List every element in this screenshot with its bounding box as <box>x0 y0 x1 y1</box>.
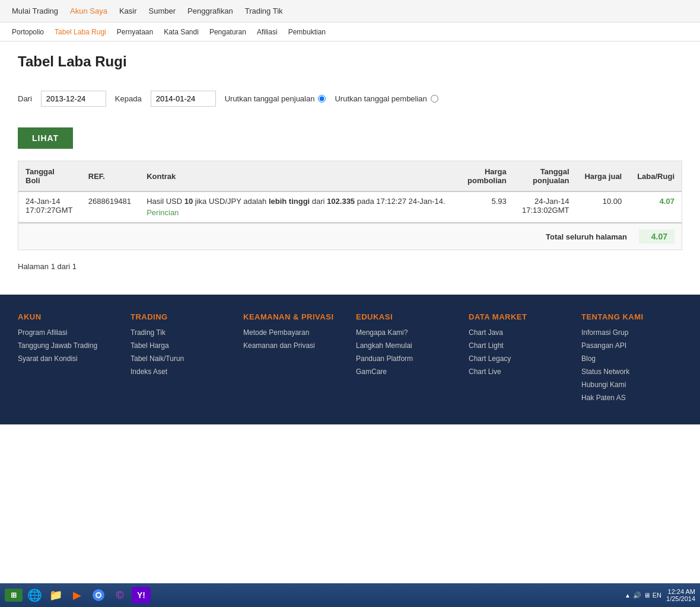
footer-link-metode-pembayaran[interactable]: Metode Pembayaran <box>243 328 344 337</box>
footer-col-data-market: DATA MARKET Chart Java Chart Light Chart… <box>469 312 569 407</box>
tanggal-beli-date: 24-Jan-14 <box>26 197 61 206</box>
footer-link-gamcare[interactable]: GamCare <box>356 368 457 376</box>
col-kontrak: Kontrak <box>139 161 459 191</box>
nav-sumber[interactable]: Sumber <box>149 7 176 15</box>
footer-col-edukasi: EDUKASI Mengapa Kami? Langkah Memulai Pa… <box>356 312 457 407</box>
cell-tanggal-beli: 24-Jan-14 17:07:27GMT <box>18 191 81 222</box>
table-row: 24-Jan-14 17:07:27GMT 2688619481 Hasil U… <box>18 191 682 222</box>
sub-nav: Portopolio Tabel Laba Rugi Pernyataan Ka… <box>0 23 700 41</box>
footer-link-status-network[interactable]: Status Network <box>581 368 682 376</box>
footer-title-tentang-kami: TENTANG KAMI <box>581 312 682 321</box>
footer-link-chart-live[interactable]: Chart Live <box>469 368 569 376</box>
subnav-afiliasi[interactable]: Afiliasi <box>257 28 278 36</box>
sort-buy-group: Urutkan tanggal pembelian <box>335 94 438 103</box>
filter-bar: Dari Kepada Urutkan tanggal penjualan Ur… <box>18 82 682 116</box>
cell-laba-rugi: 4.07 <box>629 191 682 222</box>
to-date-input[interactable] <box>151 91 216 107</box>
col-harga-beli: Hargapombolian <box>459 161 514 191</box>
nav-akun-saya[interactable]: Akun Saya <box>70 7 107 15</box>
subnav-pembuktian[interactable]: Pembuktian <box>288 28 326 36</box>
tanggal-jual-date: 24-Jan-14 <box>534 197 569 206</box>
footer-link-program-afiliasi[interactable]: Program Afiliasi <box>18 328 119 337</box>
footer-grid: AKUN Program Afiliasi Tanggung Jawab Tra… <box>18 312 682 407</box>
footer-col-keamanan: KEAMANAN & PRIVASI Metode Pembayaran Kea… <box>243 312 344 407</box>
subnav-pengaturan[interactable]: Pengaturan <box>209 28 246 36</box>
nav-trading-tik[interactable]: Trading Tik <box>245 7 283 15</box>
footer: AKUN Program Afiliasi Tanggung Jawab Tra… <box>0 295 700 424</box>
footer-title-akun: AKUN <box>18 312 119 321</box>
cell-harga-jual: 10.00 <box>577 191 629 222</box>
footer-title-keamanan: KEAMANAN & PRIVASI <box>243 312 344 321</box>
footer-link-keamanan-privasi[interactable]: Keamanan dan Privasi <box>243 341 344 350</box>
contract-rate: 102.335 <box>327 197 355 206</box>
total-row: Total seluruh halaman 4.07 <box>18 222 682 250</box>
col-tanggal-beli: TanggalBoli <box>18 161 81 191</box>
sort-sale-label: Urutkan tanggal penjualan <box>225 94 315 103</box>
page-content: Tabel Laba Rugi Dari Kepada Urutkan tang… <box>0 41 700 295</box>
total-label: Total seluruh halaman <box>546 232 627 241</box>
footer-link-langkah-memulai[interactable]: Langkah Memulai <box>356 341 457 350</box>
data-table: TanggalBoli REF. Kontrak Hargapombolian … <box>18 161 682 222</box>
subnav-kata-sandi[interactable]: Kata Sandi <box>164 28 199 36</box>
footer-link-chart-java[interactable]: Chart Java <box>469 328 569 337</box>
footer-link-mengapa-kami[interactable]: Mengapa Kami? <box>356 328 457 337</box>
total-value: 4.07 <box>639 229 674 244</box>
footer-col-trading: TRADING Trading Tik Tabel Harga Tabel Na… <box>131 312 231 407</box>
cell-tanggal-jual: 24-Jan-14 17:13:02GMT <box>514 191 577 222</box>
footer-title-data-market: DATA MARKET <box>469 312 569 321</box>
sort-sale-radio[interactable] <box>318 95 326 103</box>
data-table-wrapper: TanggalBoli REF. Kontrak Hargapombolian … <box>18 161 682 250</box>
from-label: Dari <box>18 94 32 103</box>
detail-link[interactable]: Perincian <box>147 208 452 217</box>
col-ref: REF. <box>81 161 139 191</box>
nav-mulai-trading[interactable]: Mulai Trading <box>12 7 58 15</box>
footer-link-chart-legacy[interactable]: Chart Legacy <box>469 354 569 363</box>
sort-sale-group: Urutkan tanggal penjualan <box>225 94 326 103</box>
cell-kontrak: Hasil USD 10 jika USD/JPY adalah lebih t… <box>139 191 459 222</box>
footer-link-pasangan-api[interactable]: Pasangan API <box>581 341 682 350</box>
subnav-tabel-laba-rugi[interactable]: Tabel Laba Rugi <box>55 28 106 36</box>
page-title: Tabel Laba Rugi <box>18 53 682 70</box>
footer-link-hubungi-kami[interactable]: Hubungi Kami <box>581 381 682 389</box>
col-laba-rugi: Laba/Rugi <box>629 161 682 191</box>
nav-kasir[interactable]: Kasir <box>119 7 137 15</box>
footer-link-chart-light[interactable]: Chart Light <box>469 341 569 350</box>
cell-harga-beli: 5.93 <box>459 191 514 222</box>
footer-link-panduan-platform[interactable]: Panduan Platform <box>356 354 457 363</box>
footer-title-edukasi: EDUKASI <box>356 312 457 321</box>
nav-penggrafikan[interactable]: Penggrafikan <box>187 7 233 15</box>
cell-ref: 2688619481 <box>81 191 139 222</box>
footer-link-tanggung-jawab[interactable]: Tanggung Jawab Trading <box>18 341 119 350</box>
sort-buy-label: Urutkan tanggal pembelian <box>335 94 427 103</box>
footer-link-tabel-harga[interactable]: Tabel Harga <box>131 341 231 350</box>
footer-col-akun: AKUN Program Afiliasi Tanggung Jawab Tra… <box>18 312 119 407</box>
tanggal-beli-time: 17:07:27GMT <box>26 206 73 215</box>
col-harga-jual: Harga jual <box>577 161 629 191</box>
contract-direction: lebih tinggi <box>269 197 310 206</box>
subnav-portopolio[interactable]: Portopolio <box>12 28 44 36</box>
footer-link-trading-tik[interactable]: Trading Tik <box>131 328 231 337</box>
tanggal-jual-time: 17:13:02GMT <box>522 206 569 215</box>
top-nav: Mulai Trading Akun Saya Kasir Sumber Pen… <box>0 0 700 23</box>
footer-link-blog[interactable]: Blog <box>581 354 682 363</box>
footer-link-tabel-naik[interactable]: Tabel Naik/Turun <box>131 354 231 363</box>
footer-link-informasi-grup[interactable]: Informasi Grup <box>581 328 682 337</box>
view-button[interactable]: LIHAT <box>18 127 73 149</box>
col-tanggal-jual: Tanggalponjualan <box>514 161 577 191</box>
footer-col-tentang-kami: TENTANG KAMI Informasi Grup Pasangan API… <box>581 312 682 407</box>
footer-link-hak-paten[interactable]: Hak Paten AS <box>581 394 682 402</box>
to-label: Kepada <box>115 94 142 103</box>
from-date-input[interactable] <box>41 91 106 107</box>
footer-link-syarat[interactable]: Syarat dan Kondisi <box>18 354 119 363</box>
contract-text: Hasil USD 10 jika USD/JPY adalah lebih t… <box>147 197 445 206</box>
sort-buy-radio[interactable] <box>431 95 438 103</box>
pagination: Halaman 1 dari 1 <box>18 262 682 271</box>
footer-title-trading: TRADING <box>131 312 231 321</box>
footer-link-indeks-aset[interactable]: Indeks Aset <box>131 368 231 376</box>
subnav-pernyataan[interactable]: Pernyataan <box>117 28 153 36</box>
contract-amount: 10 <box>184 197 193 206</box>
